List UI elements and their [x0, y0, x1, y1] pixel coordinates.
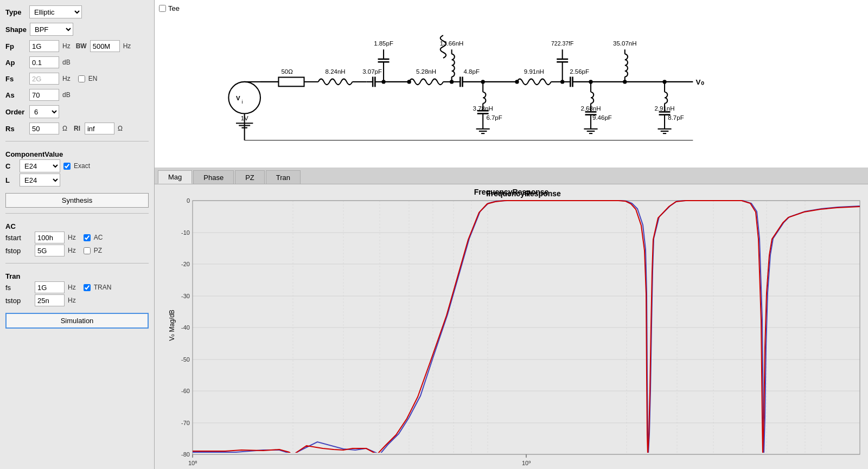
fs-row: Fs 2G Hz EN [5, 73, 149, 85]
svg-text:i: i [241, 99, 242, 105]
tee-checkbox[interactable] [159, 5, 166, 12]
tstop-label: tstop [5, 297, 31, 305]
bw-input[interactable]: 500M [90, 40, 120, 52]
tstop-input[interactable]: 25n [35, 294, 65, 306]
ap-unit: dB [62, 59, 71, 66]
rs-input[interactable]: 50 [29, 123, 59, 134]
fs-label: Fs [5, 75, 26, 83]
svg-text:V₀: V₀ [696, 78, 704, 86]
l-row: L E24 E12 E96 [5, 174, 149, 187]
graph-area: FrequencyResponse FrequencyResponse V₀ M… [155, 184, 868, 469]
cv-title-row: ComponentValue [5, 147, 149, 158]
svg-text:10⁸: 10⁸ [188, 460, 197, 466]
bw-label: BW [76, 42, 87, 50]
bw-unit: Hz [123, 42, 131, 50]
tran-checkbox[interactable] [84, 284, 91, 291]
fstart-unit: Hz [68, 234, 76, 241]
type-label: Type [5, 8, 26, 16]
svg-text:-80: -80 [181, 451, 190, 458]
rs-label: Rs [5, 125, 26, 133]
tab-pz[interactable]: PZ [235, 170, 265, 184]
svg-text:4.8pF: 4.8pF [464, 68, 480, 75]
svg-point-0 [228, 82, 260, 114]
svg-text:-10: -10 [181, 229, 190, 236]
svg-text:-70: -70 [181, 420, 190, 426]
fs-tran-input[interactable]: 1G [35, 281, 65, 293]
order-select[interactable]: 6 4 5 7 8 [29, 105, 59, 118]
rs-unit: Ω [62, 125, 67, 132]
svg-text:-60: -60 [181, 388, 190, 394]
fp-input[interactable]: 1G [29, 40, 59, 52]
tee-label: Tee [168, 4, 180, 12]
tran-check-label: TRAN [94, 284, 112, 291]
ap-input[interactable]: 0.1 [29, 56, 59, 68]
ap-row: Ap 0.1 dB [5, 56, 149, 68]
rl-label: Rl [74, 125, 80, 132]
fstart-label: fstart [5, 234, 31, 242]
fstart-input[interactable]: 100h [35, 232, 65, 243]
svg-text:9.91nH: 9.91nH [524, 68, 544, 75]
exact-label: Exact [74, 162, 90, 170]
cv-label: ComponentValue [5, 150, 63, 158]
l-select[interactable]: E24 E12 E96 [20, 174, 60, 187]
tab-phase[interactable]: Phase [193, 170, 234, 184]
shape-select[interactable]: BPF LPF HPF BSF [30, 23, 73, 36]
en-checkbox[interactable] [78, 75, 85, 82]
as-input[interactable]: 70 [29, 89, 59, 101]
svg-text:35.07nH: 35.07nH [613, 40, 636, 47]
tabs-bar: Mag Phase PZ Tran [155, 168, 868, 184]
rs-row: Rs 50 Ω Rl inf Ω [5, 123, 149, 134]
c-select[interactable]: E24 E12 E96 [20, 159, 60, 172]
ac-check-label: AC [94, 234, 103, 241]
svg-rect-9 [278, 78, 304, 87]
ac-section-label: AC [5, 222, 16, 230]
fp-row: Fp 1G Hz BW 500M Hz [5, 40, 149, 52]
tab-tran[interactable]: Tran [266, 170, 301, 184]
en-label: EN [88, 75, 98, 82]
fstart-row: fstart 100h Hz AC [5, 232, 149, 243]
fstop-row: fstop 5G Hz PZ [5, 245, 149, 256]
tab-mag[interactable]: Mag [158, 170, 192, 184]
fs-input[interactable]: 2G [29, 73, 59, 85]
ac-section: AC fstart 100h Hz AC fstop 5G Hz PZ [5, 219, 149, 258]
type-select[interactable]: Elliptic Butterworth Chebyshev [29, 5, 82, 18]
fstop-label: fstop [5, 247, 31, 255]
circuit-area: Tee 1V V i 50Ω 8.24nH [155, 0, 868, 168]
fs-tran-row: fs 1G Hz TRAN [5, 281, 149, 293]
rl-input[interactable]: inf [85, 123, 114, 134]
tee-row: Tee [159, 4, 180, 12]
svg-text:V: V [236, 95, 240, 101]
synthesis-button[interactable]: Synthesis [5, 193, 149, 208]
fp-unit: Hz [62, 42, 71, 50]
fs-tran-unit: Hz [68, 284, 76, 291]
simulation-button[interactable]: Simulation [5, 313, 149, 329]
pz-sim-checkbox[interactable] [84, 247, 91, 254]
tstop-unit: Hz [68, 297, 76, 304]
fstop-unit: Hz [68, 247, 76, 254]
svg-text:50Ω: 50Ω [281, 68, 293, 75]
order-label: Order [5, 108, 26, 116]
svg-text:6.7pF: 6.7pF [486, 114, 502, 121]
c-label: C [5, 162, 16, 170]
ap-label: Ap [5, 59, 26, 67]
right-panel: Tee 1V V i 50Ω 8.24nH [155, 0, 868, 469]
svg-text:3.07pF: 3.07pF [362, 68, 382, 75]
tstop-row: tstop 25n Hz [5, 294, 149, 306]
tran-section: Tran fs 1G Hz TRAN tstop 25n Hz [5, 269, 149, 307]
y-axis-label: V₀ Mag/dB [168, 310, 176, 341]
type-row: Type Elliptic Butterworth Chebyshev [5, 5, 149, 18]
ac-checkbox[interactable] [84, 234, 91, 241]
order-row: Order 6 4 5 7 8 [5, 105, 149, 118]
frequency-response-chart: FrequencyResponse V₀ Mag/dB 0 -10 -20 -3… [155, 184, 868, 469]
rl-unit: Ω [118, 125, 123, 132]
chart-title: FrequencyResponse [486, 189, 561, 198]
svg-text:5.28nH: 5.28nH [416, 68, 436, 75]
fstop-input[interactable]: 5G [35, 245, 65, 256]
svg-text:-50: -50 [181, 356, 190, 363]
svg-text:8.7pF: 8.7pF [668, 114, 684, 121]
left-panel: Type Elliptic Butterworth Chebyshev Shap… [0, 0, 155, 469]
svg-text:8.24nH: 8.24nH [326, 68, 346, 75]
svg-text:-40: -40 [181, 324, 190, 331]
exact-checkbox[interactable] [63, 163, 71, 170]
svg-text:10⁹: 10⁹ [522, 460, 531, 466]
